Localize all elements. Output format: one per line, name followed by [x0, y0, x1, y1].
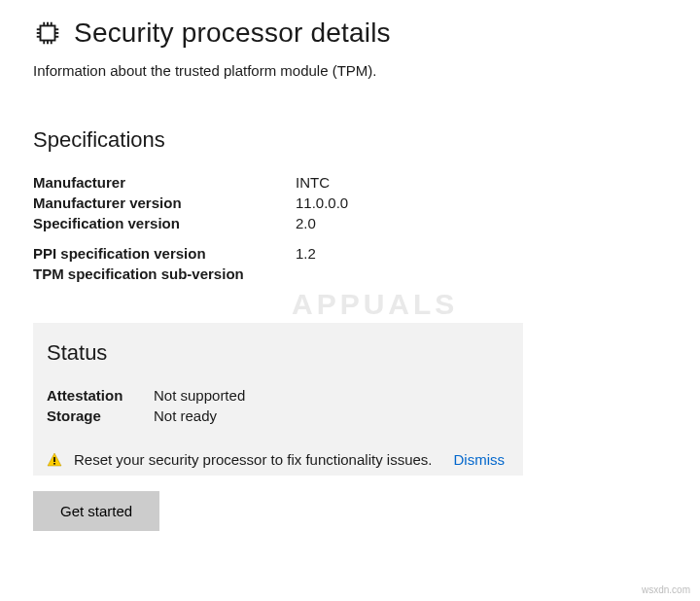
source-tag: wsxdn.com: [642, 584, 690, 595]
svg-rect-15: [53, 463, 55, 465]
specifications-table: Manufacturer INTC Manufacturer version 1…: [33, 172, 348, 284]
spec-value: 2.0: [296, 213, 348, 233]
table-row: TPM specification sub-version: [33, 264, 348, 284]
spec-value: 11.0.0.0: [296, 193, 348, 213]
chip-icon: [33, 18, 62, 48]
table-row: Attestation Not supported: [47, 385, 245, 406]
svg-rect-14: [53, 457, 55, 462]
spec-label: Specification version: [33, 213, 296, 233]
spec-label: TPM specification sub-version: [33, 264, 296, 284]
specifications-heading: Specifications: [33, 127, 667, 153]
status-section: Status Attestation Not supported Storage…: [33, 323, 523, 476]
status-value: Not supported: [154, 385, 245, 406]
dismiss-link[interactable]: Dismiss: [453, 451, 505, 468]
spec-value: INTC: [296, 172, 348, 193]
page-title-row: Security processor details: [33, 18, 667, 49]
status-alert: Reset your security processor to fix fun…: [47, 451, 509, 468]
specifications-section: Specifications Manufacturer INTC Manufac…: [33, 127, 667, 284]
spec-label: PPI specification version: [33, 243, 296, 264]
warning-icon: [47, 452, 62, 468]
alert-text: Reset your security processor to fix fun…: [74, 451, 432, 468]
svg-rect-0: [41, 26, 55, 41]
spec-label: Manufacturer version: [33, 193, 296, 213]
status-table: Attestation Not supported Storage Not re…: [47, 385, 245, 426]
spec-value: 1.2: [296, 243, 348, 264]
status-heading: Status: [47, 340, 509, 366]
table-row: Manufacturer INTC: [33, 172, 348, 193]
table-row: Specification version 2.0: [33, 213, 348, 233]
page-title: Security processor details: [74, 18, 391, 49]
status-label: Attestation: [47, 385, 154, 406]
page-subtitle: Information about the trusted platform m…: [33, 62, 667, 79]
watermark: APPUALS: [292, 288, 458, 321]
status-value: Not ready: [154, 406, 245, 426]
status-label: Storage: [47, 406, 154, 426]
table-row: Manufacturer version 11.0.0.0: [33, 193, 348, 213]
table-row: PPI specification version 1.2: [33, 243, 348, 264]
spec-label: Manufacturer: [33, 172, 296, 193]
table-row: Storage Not ready: [47, 406, 245, 426]
get-started-button[interactable]: Get started: [33, 491, 159, 531]
spec-value: [296, 264, 348, 284]
